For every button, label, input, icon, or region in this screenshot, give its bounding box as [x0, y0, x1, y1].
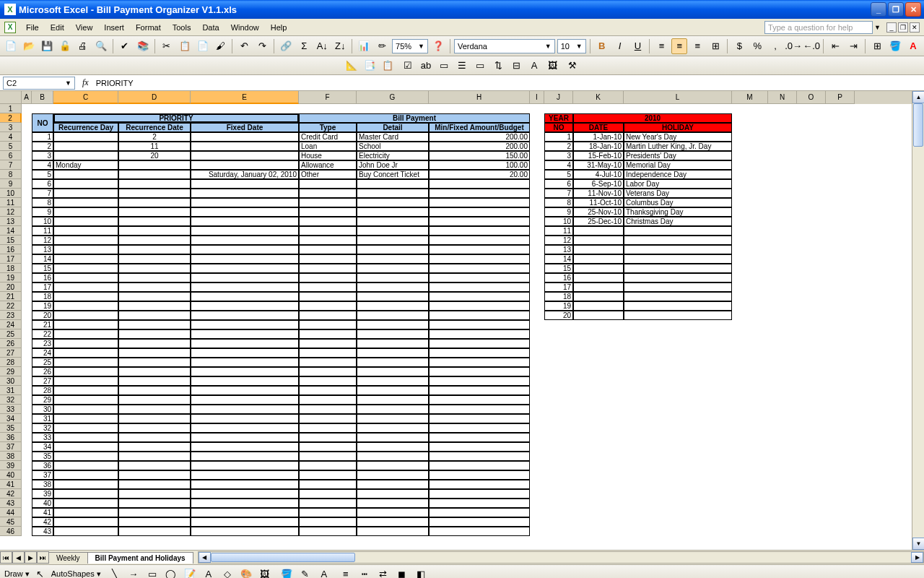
- menu-window[interactable]: Window: [225, 22, 265, 33]
- cell-day-33[interactable]: [53, 405, 118, 414]
- cell-no-13[interactable]: 10: [32, 217, 53, 226]
- paste-icon[interactable]: 📄: [195, 38, 211, 54]
- cell-type-4[interactable]: Credit Card: [299, 132, 357, 142]
- row-header-35[interactable]: 35: [0, 423, 22, 433]
- cell-no-8[interactable]: 5: [32, 170, 53, 179]
- cell-detail-15[interactable]: [357, 236, 429, 245]
- cell-no-46[interactable]: 43: [32, 527, 53, 536]
- tab-first[interactable]: ⏮: [0, 551, 12, 564]
- cell-date-26[interactable]: [118, 339, 191, 348]
- cell-detail-30[interactable]: [357, 376, 429, 386]
- cell-hol-9[interactable]: Labor Day: [624, 179, 732, 189]
- row-header-1[interactable]: 1: [0, 104, 22, 113]
- cell-no-33[interactable]: 30: [32, 405, 53, 414]
- row-header-30[interactable]: 30: [0, 376, 22, 386]
- cell-type-16[interactable]: [299, 245, 357, 254]
- cell-type-15[interactable]: [299, 236, 357, 245]
- cell-date-13[interactable]: [118, 217, 191, 226]
- cell-type-31[interactable]: [299, 386, 357, 395]
- undo-icon[interactable]: ↶: [236, 38, 252, 54]
- cell-hol-6[interactable]: Presidents' Day: [624, 151, 732, 160]
- cell-no-40[interactable]: 37: [32, 470, 53, 480]
- fill-color-icon[interactable]: 🪣: [887, 38, 903, 54]
- row-header-15[interactable]: 15: [0, 236, 22, 245]
- cell-hol-8[interactable]: Independence Day: [624, 170, 732, 179]
- minimize-button[interactable]: _: [871, 2, 886, 17]
- cell-day-39[interactable]: [53, 461, 118, 470]
- cell-date-29[interactable]: [118, 367, 191, 376]
- cell-amt-26[interactable]: [429, 339, 530, 348]
- cell-detail-40[interactable]: [357, 470, 429, 480]
- cell-type-42[interactable]: [299, 489, 357, 499]
- cell-date-23[interactable]: [118, 311, 191, 320]
- cell-amt-18[interactable]: [429, 264, 530, 273]
- cell-detail-17[interactable]: [357, 254, 429, 264]
- cell-fd-4[interactable]: [191, 132, 299, 142]
- dec-decimal-icon[interactable]: ←.0: [803, 38, 819, 54]
- cell-day-42[interactable]: [53, 489, 118, 499]
- cell-hdate-19[interactable]: [573, 273, 624, 282]
- cell-day-40[interactable]: [53, 470, 118, 480]
- cell-amt-28[interactable]: [429, 358, 530, 367]
- cell-day-32[interactable]: [53, 395, 118, 405]
- cell-amt-30[interactable]: [429, 376, 530, 386]
- col-header-I[interactable]: I: [530, 91, 544, 104]
- menu-view[interactable]: View: [70, 22, 99, 33]
- permission-icon[interactable]: 🔓: [57, 38, 73, 54]
- cell-hol-22[interactable]: [624, 301, 732, 311]
- row-header-32[interactable]: 32: [0, 395, 22, 405]
- col-header-G[interactable]: G: [357, 91, 429, 104]
- menu-help[interactable]: Help: [265, 22, 293, 33]
- cell-no-30[interactable]: 27: [32, 376, 53, 386]
- cell-detail-12[interactable]: [357, 207, 429, 217]
- cell-type-10[interactable]: [299, 189, 357, 198]
- row-header-17[interactable]: 17: [0, 254, 22, 264]
- cell-no-44[interactable]: 41: [32, 508, 53, 517]
- row-header-20[interactable]: 20: [0, 282, 22, 292]
- preview-icon[interactable]: 🔍: [93, 38, 109, 54]
- row-header-28[interactable]: 28: [0, 358, 22, 367]
- cell-detail-8[interactable]: Buy Concert Ticket: [357, 170, 429, 179]
- cell-detail-10[interactable]: [357, 189, 429, 198]
- cell-day-18[interactable]: [53, 264, 118, 273]
- cell-date-17[interactable]: [118, 254, 191, 264]
- cell-amt-33[interactable]: [429, 405, 530, 414]
- col-header-P[interactable]: P: [826, 91, 855, 104]
- cell-no-38[interactable]: 35: [32, 452, 53, 461]
- cell-detail-19[interactable]: [357, 273, 429, 282]
- research-icon[interactable]: 📚: [135, 38, 151, 54]
- cell-hol-23[interactable]: [624, 311, 732, 320]
- tb2-1[interactable]: 📐: [344, 58, 359, 74]
- cell-hdate-13[interactable]: 25-Dec-10: [573, 217, 624, 226]
- cell-detail-27[interactable]: [357, 348, 429, 358]
- hdr-type[interactable]: Type: [299, 123, 357, 132]
- cell-fd-15[interactable]: [191, 236, 299, 245]
- cell-fd-23[interactable]: [191, 311, 299, 320]
- cell-day-20[interactable]: [53, 282, 118, 292]
- cell-no-22[interactable]: 19: [32, 301, 53, 311]
- hdr-fixed-date[interactable]: Fixed Date: [191, 123, 299, 132]
- cell-hno-17[interactable]: 14: [544, 254, 573, 264]
- cell-day-31[interactable]: [53, 386, 118, 395]
- align-left-icon[interactable]: ≡: [653, 38, 669, 54]
- cell-fd-43[interactable]: [191, 499, 299, 508]
- cell-hdate-8[interactable]: 4-Jul-10: [573, 170, 624, 179]
- row-header-36[interactable]: 36: [0, 433, 22, 442]
- cell-no-45[interactable]: 42: [32, 517, 53, 527]
- tab-last[interactable]: ⏭: [37, 551, 49, 564]
- cell-type-5[interactable]: Loan: [299, 142, 357, 151]
- cell-date-32[interactable]: [118, 395, 191, 405]
- cell-amt-6[interactable]: 150.00: [429, 151, 530, 160]
- tb2-spin[interactable]: ⇅: [490, 58, 506, 74]
- row-header-16[interactable]: 16: [0, 245, 22, 254]
- cell-day-28[interactable]: [53, 358, 118, 367]
- cell-detail-36[interactable]: [357, 433, 429, 442]
- cell-detail-39[interactable]: [357, 461, 429, 470]
- cell-hno-16[interactable]: 13: [544, 245, 573, 254]
- doc-restore[interactable]: ❐: [898, 22, 908, 33]
- menu-format[interactable]: Format: [130, 22, 167, 33]
- currency-icon[interactable]: $: [731, 38, 747, 54]
- cell-type-41[interactable]: [299, 480, 357, 489]
- cell-fd-12[interactable]: [191, 207, 299, 217]
- cell-hdate-7[interactable]: 31-May-10: [573, 160, 624, 170]
